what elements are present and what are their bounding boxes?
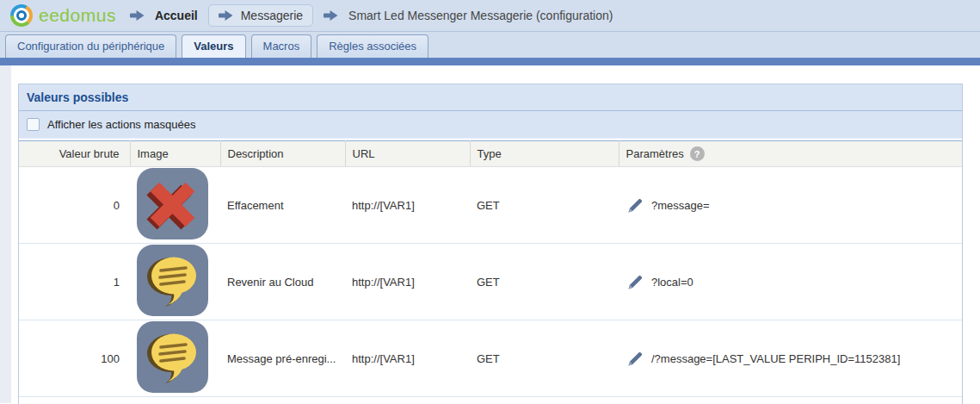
column-header-parametres: Paramètres ? <box>619 141 962 167</box>
eedomus-logo[interactable]: eedomus <box>10 4 116 27</box>
page-left-gutter <box>0 65 11 403</box>
valeur-brute-cell: 0 <box>19 167 130 244</box>
parametres-value: /?message=[LAST_VALUE PERIPH_ID=1152381] <box>651 352 900 365</box>
url-cell: http://[VAR1] <box>345 167 470 244</box>
parametres-value: ?message= <box>651 199 710 212</box>
tab-bar: Configuration du périphérique Valeurs Ma… <box>0 32 980 58</box>
tab-regles-associees[interactable]: Règles associées <box>317 34 428 58</box>
description-cell: Effacement <box>220 167 345 244</box>
table-header-row: Valeur brute Image Description URL Type … <box>19 141 962 167</box>
tab-valeurs[interactable]: Valeurs <box>182 34 245 58</box>
tab-underline-bar <box>0 58 980 65</box>
breadcrumb-accueil[interactable]: Accueil <box>155 9 198 22</box>
description-cell: Revenir au Cloud <box>220 244 345 320</box>
table-row: 100 <box>19 320 962 397</box>
filter-row: Afficher les actions masquées <box>19 111 962 139</box>
type-cell: GET <box>470 167 619 244</box>
eedomus-logo-text: eedomus <box>39 5 116 26</box>
edit-parametres-icon[interactable] <box>627 197 644 214</box>
parametres-value: ?local=0 <box>651 276 693 289</box>
column-header-url: URL <box>345 141 470 167</box>
tab-macros[interactable]: Macros <box>251 34 312 58</box>
column-header-valeur-brute: Valeur brute <box>19 141 130 167</box>
column-header-image: Image <box>130 141 220 167</box>
eedomus-logo-icon <box>10 4 33 27</box>
valeur-brute-cell: 100 <box>19 320 130 397</box>
breadcrumb-arrow-icon <box>324 10 338 21</box>
valeurs-table: Valeur brute Image Description URL Type … <box>19 140 962 397</box>
url-cell: http://[VAR1] <box>345 320 470 397</box>
table-row: 0 Effacement http://[VAR1] GET <box>19 167 962 244</box>
column-header-parametres-label: Paramètres <box>626 147 684 160</box>
parametres-help-icon[interactable]: ? <box>690 146 705 161</box>
speech-bubble-icon[interactable] <box>137 245 220 319</box>
url-cell: http://[VAR1] <box>345 244 470 320</box>
breadcrumb: Accueil Messagerie Smart Led Messenger M… <box>130 4 613 27</box>
valeur-brute-cell: 1 <box>19 244 130 320</box>
column-header-description: Description <box>220 141 345 167</box>
type-cell: GET <box>470 244 619 320</box>
panel-title: Valeurs possibles <box>19 84 962 111</box>
edit-parametres-icon[interactable] <box>627 274 644 290</box>
main-content: Valeurs possibles Afficher les actions m… <box>0 65 980 403</box>
tab-configuration-du-peripherique[interactable]: Configuration du périphérique <box>5 34 176 58</box>
top-bar: eedomus Accueil Messagerie Smart Led Mes… <box>0 0 980 32</box>
breadcrumb-current-page: Smart Led Messenger Messagerie (configur… <box>348 9 613 22</box>
type-cell: GET <box>470 320 619 397</box>
afficher-actions-masquees-checkbox[interactable] <box>27 118 40 131</box>
breadcrumb-messagerie-label: Messagerie <box>241 9 303 22</box>
description-cell: Message pré-enregi... <box>220 320 345 397</box>
table-row: 1 <box>19 244 962 320</box>
breadcrumb-arrow-icon <box>130 10 145 21</box>
breadcrumb-arrow-icon <box>219 10 233 21</box>
afficher-actions-masquees-label: Afficher les actions masquées <box>47 118 195 131</box>
delete-x-icon[interactable] <box>137 168 220 242</box>
breadcrumb-messagerie[interactable]: Messagerie <box>208 4 313 27</box>
speech-bubble-icon[interactable] <box>137 321 220 395</box>
valeurs-possibles-panel: Valeurs possibles Afficher les actions m… <box>18 84 963 404</box>
column-header-type: Type <box>470 141 619 167</box>
edit-parametres-icon[interactable] <box>627 351 644 367</box>
